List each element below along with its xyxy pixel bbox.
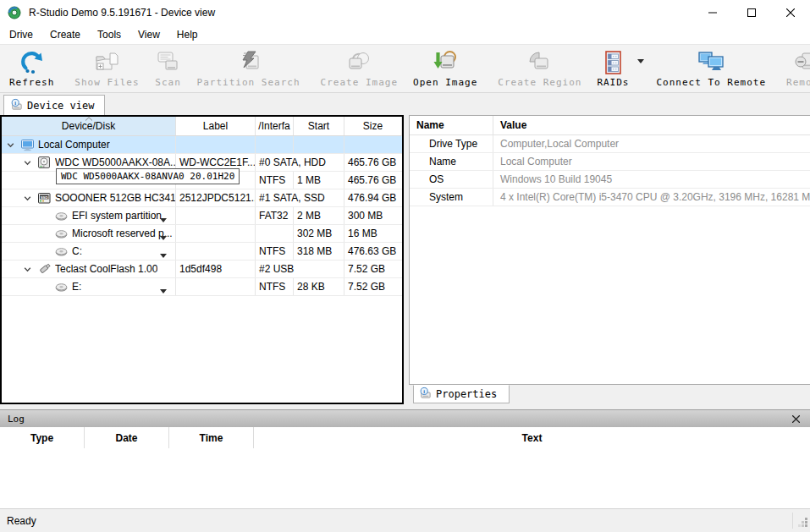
device-row-teclast-coolflash-1-00[interactable]: Teclast CoolFlash 1.00 1d5df498 #2 USB 7… bbox=[2, 261, 402, 278]
column-header-label[interactable]: Label bbox=[176, 117, 256, 135]
toolbar-connect-to-remote-button[interactable]: Connect To Remote bbox=[649, 46, 774, 91]
properties-tab-strip: i Properties bbox=[409, 385, 810, 404]
device-row-efi-system-partition[interactable]: EFI system partition FAT32 2 MB 300 MB bbox=[2, 207, 402, 225]
chevron-down-icon[interactable] bbox=[22, 157, 32, 167]
usb-icon bbox=[37, 262, 52, 277]
minimize-button[interactable] bbox=[693, 0, 732, 25]
property-value: 4 x Intel(R) Core(TM) i5-3470 CPU @ 3.20… bbox=[493, 189, 810, 206]
hdd-icon bbox=[37, 156, 52, 170]
resize-grip[interactable] bbox=[797, 517, 808, 530]
toolbar-open-image-label: Open Image bbox=[413, 77, 477, 88]
title-bar: R-Studio Demo 9.5.191671 - Device view bbox=[0, 0, 810, 25]
partition-search-icon bbox=[235, 48, 262, 77]
properties-rows: Drive Type Computer,Local Computer Name … bbox=[410, 135, 810, 206]
column-header-size[interactable]: Size bbox=[344, 117, 402, 135]
column-header-interfa[interactable]: /Interfa bbox=[256, 117, 294, 135]
toolbar-scan-button[interactable]: Scan bbox=[147, 46, 190, 91]
menu-drive[interactable]: Drive bbox=[1, 26, 41, 43]
start-cell: 2 MB bbox=[294, 207, 344, 224]
close-button[interactable] bbox=[771, 0, 810, 25]
tab-properties[interactable]: i Properties bbox=[413, 385, 510, 403]
menu-help[interactable]: Help bbox=[168, 26, 207, 43]
toolbar-raids-button[interactable]: RAIDs bbox=[589, 46, 636, 91]
log-title-bar[interactable]: Log bbox=[0, 409, 810, 427]
toolbar: Refresh Show Files Scan Partition Search… bbox=[0, 44, 810, 93]
toolbar-remove-button[interactable]: Remove bbox=[779, 46, 810, 91]
toolbar-open-image-button[interactable]: Open Image bbox=[405, 46, 485, 91]
create-region-icon bbox=[526, 48, 554, 77]
device-row-soooner-512gb-hc341[interactable]: SSDSOOONER 512GB HC341... 2512JPDC5121..… bbox=[2, 189, 402, 207]
mount-dropdown-icon[interactable] bbox=[160, 231, 167, 242]
partition-icon bbox=[54, 280, 69, 294]
mount-dropdown-icon[interactable] bbox=[160, 249, 167, 260]
log-column-header-date[interactable]: Date bbox=[85, 427, 169, 448]
log-column-header-text[interactable]: Text bbox=[254, 427, 810, 448]
menu-view[interactable]: View bbox=[129, 26, 168, 43]
toolbar-create-region-label: Create Region bbox=[498, 77, 581, 88]
status-bar: Ready bbox=[0, 508, 810, 532]
toolbar-refresh-button[interactable]: Refresh bbox=[2, 46, 62, 91]
property-name: Name bbox=[410, 153, 493, 170]
size-cell: 7.52 GB bbox=[344, 261, 402, 277]
start-cell: 28 KB bbox=[294, 278, 344, 295]
property-row-os: OS Windows 10 Build 19045 bbox=[410, 171, 810, 189]
device-row-microsoft-reserved-p[interactable]: Microsoft reserved p... 302 MB 16 MB bbox=[2, 225, 402, 243]
log-table-body bbox=[0, 448, 810, 508]
size-cell: 300 MB bbox=[344, 207, 402, 224]
interface-cell: #0 SATA, HDD bbox=[256, 154, 344, 171]
device-row-c[interactable]: C: NTFS 318 MB 476.63 GB bbox=[2, 243, 402, 261]
svg-text:i: i bbox=[14, 99, 16, 105]
property-value: Local Computer bbox=[493, 153, 810, 170]
property-name: System bbox=[410, 189, 493, 206]
device-table-rows: Local Computer WDC WD5000AAKX-08A... WD-… bbox=[2, 136, 402, 296]
property-name: OS bbox=[410, 171, 493, 188]
ssd-icon: SSD bbox=[37, 191, 52, 206]
toolbar-show-files-button[interactable]: Show Files bbox=[67, 46, 146, 91]
toolbar-partition-search-button[interactable]: Partition Search bbox=[190, 46, 308, 91]
tab-device-view[interactable]: i Device view bbox=[3, 95, 105, 115]
toolbar-remove-label: Remove bbox=[786, 77, 810, 88]
log-column-header-type[interactable]: Type bbox=[0, 427, 85, 448]
status-text: Ready bbox=[7, 515, 36, 527]
toolbar-raids-dropdown[interactable] bbox=[637, 46, 644, 91]
log-column-header-time[interactable]: Time bbox=[169, 427, 254, 448]
label-cell bbox=[176, 225, 256, 242]
partition-icon bbox=[54, 227, 69, 241]
window-controls bbox=[693, 0, 810, 25]
device-name: WDC WD5000AAKX-08A... bbox=[55, 156, 175, 168]
filesystem-cell: NTFS bbox=[256, 278, 294, 295]
menu-tools[interactable]: Tools bbox=[89, 26, 129, 43]
column-header-start[interactable]: Start bbox=[294, 117, 344, 135]
svg-text:i: i bbox=[423, 388, 425, 394]
status-bar-separator bbox=[792, 513, 793, 529]
window-title: R-Studio Demo 9.5.191671 - Device view bbox=[29, 7, 215, 19]
scan-icon bbox=[155, 48, 182, 77]
toolbar-create-image-button[interactable]: Create Image bbox=[313, 46, 405, 91]
chevron-down-icon[interactable] bbox=[22, 193, 32, 203]
column-header-device-disk[interactable]: Device/Disk bbox=[2, 117, 176, 135]
toolbar-create-region-button[interactable]: Create Region bbox=[490, 46, 589, 91]
device-view-tab-icon: i bbox=[10, 98, 23, 113]
mount-dropdown-icon[interactable] bbox=[160, 284, 167, 295]
chevron-down-icon[interactable] bbox=[22, 264, 32, 274]
size-cell: 476.63 GB bbox=[344, 243, 402, 260]
chevron-down-icon[interactable] bbox=[5, 140, 15, 150]
size-cell: 16 MB bbox=[344, 225, 402, 242]
create-image-icon bbox=[345, 48, 372, 77]
toolbar-connect-to-remote-label: Connect To Remote bbox=[657, 77, 767, 88]
menu-create[interactable]: Create bbox=[41, 26, 89, 43]
interface-cell: #1 SATA, SSD bbox=[256, 189, 344, 206]
device-name: C: bbox=[72, 245, 82, 257]
filesystem-cell bbox=[256, 136, 294, 153]
label-cell bbox=[176, 243, 256, 260]
svg-text:SSD: SSD bbox=[41, 195, 48, 199]
device-row-e[interactable]: E: NTFS 28 KB 7.52 GB bbox=[2, 278, 402, 296]
device-row-local-computer[interactable]: Local Computer bbox=[2, 136, 402, 154]
device-tooltip: WDC WD5000AAKX-08ANVA0 20.01H20 bbox=[56, 168, 240, 184]
properties-tab-icon: i bbox=[419, 387, 432, 402]
maximize-button[interactable] bbox=[732, 0, 771, 25]
label-cell: 2512JPDC5121... bbox=[176, 189, 256, 206]
mount-dropdown-icon[interactable] bbox=[160, 213, 167, 224]
device-name: Microsoft reserved p... bbox=[72, 228, 173, 239]
log-close-button[interactable] bbox=[789, 412, 802, 425]
